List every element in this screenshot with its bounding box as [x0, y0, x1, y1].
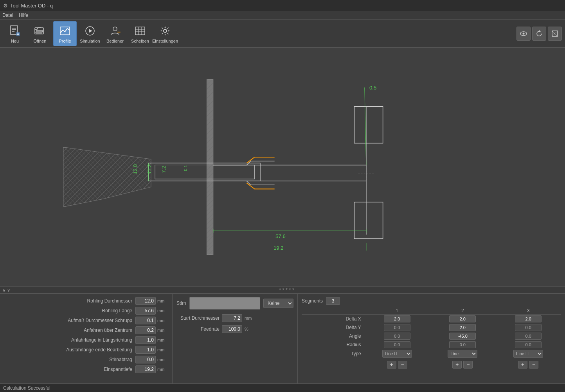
toolbar-btn-einstellungen[interactable]: Einstellungen [153, 21, 177, 46]
type-select-3[interactable]: Line H Line Line V Arc [513, 350, 543, 358]
einstellungen-label: Einstellungen [152, 39, 178, 43]
param-row-stirnabtrag: Stirnabtrag mm [4, 356, 168, 363]
simulation-icon [83, 24, 97, 38]
unit-rohling-dm: mm [157, 299, 168, 303]
seg-add-btn-3[interactable]: + [518, 361, 527, 369]
scheiben-icon [133, 24, 147, 38]
radius-1[interactable] [384, 341, 410, 348]
unit-rohling-len: mm [157, 308, 168, 313]
angle-1[interactable] [384, 333, 410, 340]
type-select-2[interactable]: Line H Line Line V Arc [448, 350, 477, 358]
bediener-label: Bediener [106, 39, 124, 43]
start-durchmesser-unit: mm [245, 316, 252, 320]
label-anfahren: Anfahren über Zentrum [4, 328, 132, 333]
toolbar-btn-simulation[interactable]: Simulation [78, 21, 102, 46]
start-durchmesser-label: Start Durchmesser [176, 315, 220, 321]
seg-btns-3: + − [497, 361, 560, 369]
toolbar-btn-neu[interactable]: Neu [3, 21, 27, 46]
delta-y-3[interactable] [515, 324, 542, 331]
toolbar-btn-offnen[interactable]: Öffnen [28, 21, 52, 46]
row-delta-x: Delta X [302, 315, 561, 324]
canvas-area[interactable]: I — ⌐ [0, 48, 565, 286]
segments-table: 1 2 3 Delta X Delta Y [302, 307, 561, 369]
start-durchmesser-input[interactable] [222, 314, 242, 322]
input-stirnabtrag[interactable] [135, 356, 156, 363]
segments-label: Segments [302, 298, 323, 304]
seg-add-btn-2[interactable]: + [452, 361, 462, 369]
drawing-svg: 0.5 57.6 19.2 12.0 11.2 7.2 0.1 [0, 48, 565, 286]
feedrate-input[interactable] [222, 325, 242, 333]
unit-einspanntiefe: mm [157, 367, 168, 372]
toolbar-btn-profile[interactable]: Profile [53, 21, 77, 46]
type-label: Type [302, 349, 364, 358]
label-aufmass: Aufmaß Durchmesser Schrupp [4, 318, 132, 323]
scheiben-label: Scheiben [131, 39, 149, 43]
input-anfahren[interactable] [135, 326, 156, 334]
titlebar: ⚙ Tool Master OD - q [0, 0, 565, 11]
toolbar-btn-bediener[interactable]: Bediener [103, 21, 127, 46]
input-rohling-len[interactable] [135, 307, 156, 315]
label-rohling-dm: Rohling Durchmesser [4, 298, 132, 304]
angle-3[interactable] [515, 333, 542, 340]
row-delta-y: Delta Y [302, 323, 561, 332]
delta-y-2[interactable] [449, 324, 476, 331]
segments-count-input[interactable] [326, 297, 340, 305]
radius-3[interactable] [515, 341, 542, 348]
svg-text:0.5: 0.5 [369, 85, 376, 91]
refresh-button[interactable] [532, 27, 546, 41]
collapse-down-btn[interactable]: ∨ [7, 288, 10, 293]
einstellungen-icon [158, 24, 172, 38]
input-aufmass[interactable] [135, 317, 156, 324]
angle-2[interactable] [449, 333, 476, 340]
radius-2[interactable] [449, 341, 476, 348]
delta-y-1[interactable] [384, 324, 410, 331]
statusbar: Calculation Successful [0, 383, 565, 392]
row-angle: Angle [302, 332, 561, 340]
stirn-select[interactable]: Keine Option1 Option2 [263, 299, 293, 308]
stirn-row: Stirn Keine Option1 Option2 [176, 297, 293, 310]
seg-btns-1: + − [366, 361, 428, 369]
input-ausfahrlaenge[interactable] [135, 346, 156, 354]
label-stirnabtrag: Stirnabtrag [4, 357, 132, 362]
param-row-anfahren: Anfahren über Zentrum mm [4, 326, 168, 334]
btn-row: + − + − + [302, 358, 561, 369]
delta-x-3[interactable] [515, 315, 542, 322]
seg-del-btn-3[interactable]: − [529, 361, 538, 369]
delta-x-1[interactable] [384, 315, 410, 322]
label-einspanntiefe: Einspanntiefe [4, 367, 132, 372]
seg-del-btn-2[interactable]: − [463, 361, 473, 369]
feedrate-label: Feedrate [176, 326, 220, 332]
svg-point-11 [113, 27, 117, 31]
svg-point-24 [523, 32, 525, 34]
col-header-3: 3 [495, 307, 561, 315]
status-message: Calculation Successful [3, 385, 50, 391]
row-type: Type Line H Line Line V Arc Line H [302, 349, 561, 358]
neu-label: Neu [11, 39, 19, 43]
seg-del-btn-1[interactable]: − [398, 361, 407, 369]
app-icon: ⚙ [3, 3, 8, 9]
unit-stirnabtrag: mm [157, 357, 168, 362]
input-anfahrlaenge[interactable] [135, 336, 156, 344]
param-row-anfahrlaenge: Anfahrlänge in Längsrichtung mm [4, 336, 168, 344]
col-header-2: 2 [430, 307, 495, 315]
eye-button[interactable] [516, 27, 531, 41]
svg-marker-10 [89, 29, 92, 33]
neu-icon [8, 24, 22, 38]
type-select-1[interactable]: Line H Line Line V Arc [382, 350, 412, 358]
seg-btns-2: + − [431, 361, 494, 369]
delta-x-2[interactable] [449, 315, 476, 322]
input-einspanntiefe[interactable] [135, 365, 156, 373]
row-radius: Radius [302, 340, 561, 349]
menu-hilfe[interactable]: Hilfe [19, 13, 28, 18]
params-center: Stirn Keine Option1 Option2 Start Durchm… [172, 294, 297, 383]
unit-aufmass: mm [157, 318, 168, 323]
x-button[interactable] [548, 27, 562, 41]
segments-header: Segments [302, 297, 561, 305]
seg-add-btn-1[interactable]: + [387, 361, 396, 369]
toolbar-btn-scheiben[interactable]: Scheiben [128, 21, 152, 46]
collapse-up-btn[interactable]: ∧ [2, 288, 5, 293]
menu-datei[interactable]: Datei [2, 13, 13, 18]
param-row-ausfahrlaenge: Ausfahrlänge ende Bearbeitung mm [4, 346, 168, 354]
svg-text:0.1: 0.1 [183, 165, 188, 171]
input-rohling-dm[interactable] [135, 297, 156, 305]
